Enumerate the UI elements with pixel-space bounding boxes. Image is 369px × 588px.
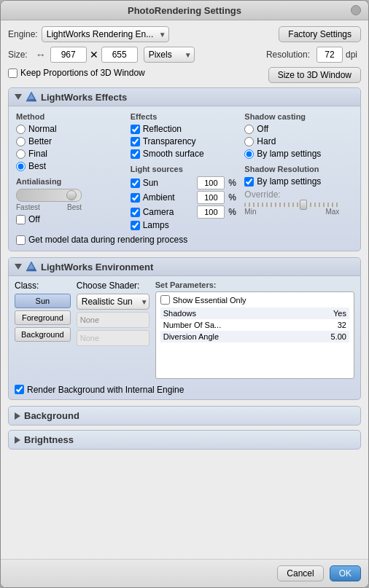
method-normal-label: Normal — [28, 124, 57, 134]
env-section-title: LightWorks Environment — [41, 262, 153, 273]
keep-proportions-check-row: Keep Proportions of 3D Window — [8, 68, 145, 78]
smooth-surface-label: Smooth surface — [143, 149, 204, 159]
aa-best-label: Best — [67, 203, 82, 211]
reflection-checkbox[interactable] — [131, 125, 140, 134]
smooth-surface-row: Smooth surface — [131, 149, 239, 159]
light-sources-section: Light sources Sun % Ambien — [131, 165, 239, 230]
lightworks-effects-section: LightWorks Effects Method Normal Better — [8, 87, 361, 251]
method-final-row: Final — [16, 149, 125, 159]
background-section-title: Background — [24, 410, 79, 421]
shader-inputs: Realistic Sun ▼ None None — [77, 294, 149, 346]
light-sources-title: Light sources — [131, 165, 239, 173]
shadow-res-slider-container: Min Max — [244, 203, 353, 216]
effects-col-title: Effects — [131, 112, 239, 121]
sun-percent-input[interactable] — [197, 176, 225, 189]
render-bg-label: Render Background with Internal Engine — [27, 385, 184, 395]
resolution-input[interactable]: 72 — [316, 47, 343, 63]
unit-select[interactable]: Pixels — [144, 47, 195, 63]
aa-slider-thumb[interactable] — [66, 190, 77, 200]
ok-button[interactable]: OK — [330, 565, 361, 581]
keep-proportions-checkbox[interactable] — [8, 68, 18, 78]
class-label: Class: — [15, 281, 71, 291]
sun-shader-select-wrapper[interactable]: Realistic Sun ▼ — [77, 294, 149, 310]
reflection-row: Reflection — [131, 124, 239, 134]
sun-shader-select[interactable]: Realistic Sun — [77, 294, 149, 310]
method-better-radio[interactable] — [16, 137, 26, 146]
lightworks-environment-header[interactable]: LightWorks Environment — [9, 258, 360, 276]
ambient-checkbox[interactable] — [131, 193, 140, 203]
camera-row: Camera — [131, 207, 195, 217]
camera-percent-sign: % — [228, 207, 238, 217]
method-best-radio[interactable] — [16, 162, 26, 171]
brightness-toggle-icon[interactable] — [15, 436, 20, 444]
foreground-shader-row: None — [77, 312, 149, 328]
transparency-label: Transparency — [143, 136, 196, 146]
engine-select-wrapper[interactable]: LightWorks Rendering En... ▼ — [42, 26, 169, 42]
effects-section-title: LightWorks Effects — [41, 92, 127, 103]
show-essential-checkbox[interactable] — [160, 295, 170, 305]
shadow-off-radio[interactable] — [244, 125, 254, 134]
method-normal-radio[interactable] — [16, 125, 26, 134]
get-model-checkbox[interactable] — [16, 235, 26, 245]
smooth-surface-checkbox[interactable] — [131, 149, 140, 159]
camera-percent-input[interactable] — [197, 205, 225, 219]
class-buttons: Sun Foreground Background — [15, 294, 71, 342]
unit-select-wrapper[interactable]: Pixels ▼ — [144, 47, 195, 63]
brightness-section-header[interactable]: Brightness — [9, 431, 360, 449]
aa-off-checkbox[interactable] — [16, 215, 26, 224]
render-bg-row: Render Background with Internal Engine — [15, 385, 354, 395]
effects-col: Effects Reflection Transparency Smooth s… — [131, 112, 239, 230]
shadow-res-slider-thumb[interactable] — [300, 200, 307, 210]
background-section-header[interactable]: Background — [9, 407, 360, 425]
transparency-checkbox[interactable] — [131, 137, 140, 146]
engine-select[interactable]: LightWorks Rendering En... — [42, 26, 169, 42]
lightworks-effects-header[interactable]: LightWorks Effects — [9, 88, 360, 106]
cancel-button[interactable]: Cancel — [277, 565, 323, 581]
resolution-label: Resolution: — [266, 50, 310, 60]
width-input[interactable]: 967 — [50, 47, 87, 63]
class-foreground-button[interactable]: Foreground — [15, 310, 71, 325]
param-key-diversion: Diversion Angle — [160, 331, 302, 342]
lamps-label: Lamps — [143, 220, 169, 230]
shadow-off-label: Off — [257, 124, 268, 134]
shadow-res-bylamp-row: By lamp settings — [244, 176, 353, 187]
shadow-lamp-radio[interactable] — [244, 149, 254, 159]
class-sun-button[interactable]: Sun — [15, 294, 71, 308]
proportions-row: Keep Proportions of 3D Window Size to 3D… — [8, 67, 361, 83]
size-to-3d-button[interactable]: Size to 3D Window — [268, 67, 361, 83]
table-row: Shadows Yes — [160, 307, 349, 319]
param-key-shadows: Shadows — [160, 307, 302, 319]
shadow-casting-title: Shadow casting — [244, 112, 353, 121]
shadow-res-slider-track[interactable] — [244, 203, 339, 207]
background-shader-display: None — [77, 330, 149, 346]
shadow-lamp-label: By lamp settings — [257, 149, 321, 159]
camera-checkbox[interactable] — [131, 208, 140, 217]
reflection-label: Reflection — [143, 124, 182, 134]
method-final-radio[interactable] — [16, 149, 26, 159]
height-input[interactable]: 655 — [101, 47, 138, 63]
shadow-res-bylamp-label: By lamp settings — [257, 176, 321, 187]
close-button[interactable] — [351, 5, 361, 15]
sun-shader-row: Realistic Sun ▼ — [77, 294, 149, 310]
factory-settings-button[interactable]: Factory Settings — [279, 26, 361, 42]
aa-off-label: Off — [28, 214, 40, 224]
method-better-row: Better — [16, 136, 125, 146]
shadow-res-bylamp-checkbox[interactable] — [244, 177, 254, 187]
method-best-row: Best — [16, 161, 125, 171]
render-bg-checkbox[interactable] — [15, 385, 24, 394]
env-toggle-icon[interactable] — [15, 264, 22, 270]
aa-slider-track[interactable] — [16, 189, 82, 202]
ambient-percent-input[interactable] — [197, 191, 225, 204]
sun-checkbox[interactable] — [131, 179, 140, 188]
effects-toggle-icon[interactable] — [15, 94, 22, 100]
background-toggle-icon[interactable] — [15, 412, 20, 420]
method-best-label: Best — [28, 161, 46, 171]
class-background-button[interactable]: Background — [15, 327, 71, 342]
aa-fastest-label: Fastest — [16, 203, 40, 211]
lamps-checkbox[interactable] — [131, 221, 140, 230]
shadow-hard-radio[interactable] — [244, 137, 254, 146]
shadow-lamp-row: By lamp settings — [244, 149, 353, 159]
param-val-numsamples: 32 — [302, 319, 349, 331]
lamps-row: Lamps — [131, 220, 239, 230]
choose-shader-label: Choose Shader: — [77, 281, 149, 291]
